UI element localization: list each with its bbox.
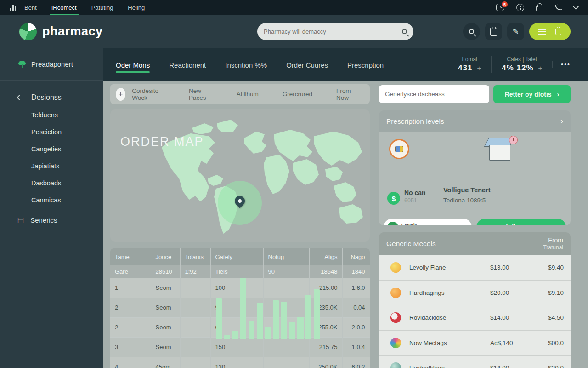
generic-search-input[interactable]	[379, 85, 489, 103]
sidebar-item-dasboads[interactable]: Dasboads	[31, 174, 103, 191]
from-label[interactable]: From	[543, 236, 563, 245]
medicine-icon	[390, 362, 401, 368]
tab-prescription[interactable]: Prescription	[347, 50, 384, 79]
sidebar-item-japiatiats[interactable]: Japiatiats	[31, 157, 103, 174]
cell	[263, 278, 309, 298]
tab-oder-mons[interactable]: Oder Mons	[116, 50, 150, 79]
tratunal-label: Tratunal	[543, 244, 563, 251]
table-row[interactable]: 4 45om 130 250.0K 6.0.2	[110, 357, 370, 368]
header-cart-button[interactable]	[529, 23, 571, 40]
item-alt-price: $20.0	[534, 364, 564, 368]
col-header[interactable]: Nago	[342, 248, 370, 265]
sidebar-item-senerics[interactable]: ▤ Senerics	[0, 208, 103, 224]
header-edit-button[interactable]: ✎	[507, 23, 524, 40]
cell: 2	[110, 298, 151, 317]
list-item[interactable]: Hardhagings $20.00 $9.10	[379, 281, 571, 306]
cell	[263, 317, 309, 337]
list-item[interactable]: Rovidackidse $14.00 $4.50	[379, 305, 571, 331]
order-map-title: ORDER MAP	[120, 135, 204, 149]
col-header[interactable]: Aligs	[309, 248, 342, 265]
notification-badge: 5	[502, 1, 508, 7]
document-icon: ▤	[17, 216, 24, 224]
sidebar-section-desionss[interactable]: Desionss	[31, 93, 62, 102]
more-menu-icon[interactable]: •••	[552, 61, 579, 68]
cell: 4	[110, 357, 151, 368]
stat-label: Fomal	[458, 56, 481, 63]
item-price: Ac$,140	[490, 339, 534, 346]
medicine-icon	[390, 338, 401, 348]
cell: 1840	[342, 265, 370, 278]
adull-nore-button[interactable]: Adull nore ›	[476, 218, 566, 225]
list-item[interactable]: Uvidaglklage $14.00 $20.0	[379, 356, 571, 368]
sidebar-item-preadaponert[interactable]: Preadaponert	[0, 48, 103, 80]
clock-badge-icon	[509, 136, 518, 144]
add-filter-button[interactable]: +	[116, 88, 125, 101]
sidebar-item-canmicas[interactable]: Canmicas	[31, 191, 103, 208]
cell: Seom	[151, 298, 180, 317]
table-row[interactable]: 2 Seom 60 255.0K 2.0.0	[110, 317, 370, 337]
list-item[interactable]: Levolly Flane $13.00 $9.40	[379, 255, 571, 281]
cell: 3	[110, 337, 151, 357]
cell: Seom	[151, 337, 180, 357]
filter-grercrured[interactable]: Grercrured	[271, 91, 324, 98]
col-header[interactable]: Tolauis	[180, 248, 210, 265]
table-row[interactable]: 1 Seom 100 215.00 1.6.0	[110, 278, 370, 298]
plus-icon[interactable]: +	[538, 64, 543, 72]
order-map-card[interactable]: ORDER MAP	[110, 109, 370, 242]
cell	[180, 298, 210, 317]
col-header[interactable]: Tame	[110, 248, 151, 265]
tab-order-cuures[interactable]: Order Cuures	[286, 50, 328, 79]
table-row[interactable]: 2 Seom 90 235.0K 0.04	[110, 298, 370, 317]
topbar-item-bent[interactable]: Bent	[24, 1, 37, 14]
header-search-button[interactable]	[463, 23, 480, 40]
filter-aflllhum[interactable]: Aflllhum	[225, 91, 271, 98]
cell: 250.0K	[309, 357, 342, 368]
sidebar-item-telduens[interactable]: Telduens	[31, 106, 103, 123]
topbar-item-ircomect[interactable]: IRcomect	[51, 1, 77, 14]
topbar-item-heling[interactable]: Heling	[128, 1, 145, 14]
search-icon[interactable]	[402, 29, 407, 34]
lock-icon[interactable]	[536, 6, 543, 11]
generic-mecels-title: Generic Mecels	[386, 240, 436, 248]
list-item[interactable]: Now Mectags Ac$,140 $00.0	[379, 331, 571, 356]
tab-inscrition[interactable]: Inscrition %%	[225, 50, 267, 79]
item-price: $14.00	[490, 314, 534, 321]
sidebar-item-cangeties[interactable]: Cangeties	[31, 140, 103, 157]
filter-cordesito-wock[interactable]: Cordesito Wock	[132, 87, 177, 101]
plus-icon[interactable]: +	[477, 64, 481, 72]
cell: 215.00	[309, 278, 342, 298]
table-row[interactable]: 3 Seom 150 215 75 1.0.4	[110, 337, 370, 357]
item-name: Rovidackidse	[409, 314, 490, 321]
chevron-down-icon[interactable]	[573, 4, 579, 10]
info-icon[interactable]	[516, 4, 524, 12]
medicine-badge-icon	[389, 139, 409, 159]
phone-icon[interactable]	[555, 4, 562, 11]
topbar-item-patuting[interactable]: Patuting	[91, 1, 113, 14]
col-header[interactable]: Notug	[263, 248, 309, 265]
filter-from-now[interactable]: From Now	[324, 87, 370, 101]
item-alt-price: $4.50	[534, 314, 564, 321]
col-header[interactable]: Gately	[210, 248, 263, 265]
cell: 1:92	[180, 265, 210, 278]
no-can-value: 6051	[404, 197, 417, 204]
retter-oy-dlotis-button[interactable]: Retter oy dlotis ›	[493, 85, 571, 103]
filter-new-paces[interactable]: New Paces	[177, 87, 225, 101]
dollar-icon: $	[387, 192, 400, 205]
prescription-levels-header[interactable]: Prescription levels ›	[379, 110, 571, 132]
header-clipboard-button[interactable]	[485, 23, 502, 40]
cell: 130	[210, 357, 263, 368]
generic-teclnee-pill[interactable]: Generic Sacib Teclnee ›	[384, 218, 472, 225]
tab-reactionent[interactable]: Reactionent	[169, 50, 206, 79]
sidebar-bottom-label: Senerics	[30, 216, 57, 224]
notification-icon[interactable]: 5	[496, 4, 504, 11]
chevron-right-icon: ›	[541, 224, 543, 226]
col-header[interactable]: Jouce	[151, 248, 180, 265]
package-box-icon	[486, 136, 515, 162]
global-search-input[interactable]	[264, 28, 402, 35]
sidebar-item-pesciction[interactable]: Pesciction	[31, 123, 103, 140]
chevron-left-icon[interactable]	[17, 95, 22, 100]
clipboard-icon	[490, 28, 497, 36]
filter-bar: + Cordesito Wock New Paces Aflllhum Grer…	[110, 84, 370, 104]
chevron-right-icon[interactable]: ›	[560, 116, 563, 126]
button-label: Adull nore	[499, 224, 532, 225]
